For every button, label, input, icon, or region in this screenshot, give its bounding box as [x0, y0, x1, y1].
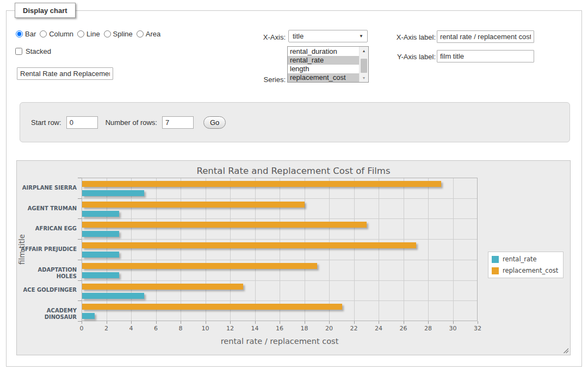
x-tick-label: 14 — [244, 325, 266, 332]
chart-type-column[interactable]: Column — [40, 30, 73, 38]
series-multiselect[interactable]: rental_durationrental_ratelengthreplacem… — [287, 46, 369, 83]
x-axis-select[interactable]: title ▼ — [288, 30, 368, 42]
x-tick-mark — [206, 321, 206, 324]
x-tick-label: 0 — [71, 325, 92, 332]
legend-label: replacement_cost — [503, 267, 558, 274]
series-list-scrollbar[interactable]: ▲ ▼ — [359, 47, 368, 82]
x-tick-label: 28 — [417, 325, 439, 332]
chart-type-spline[interactable]: Spline — [104, 30, 133, 38]
panel-title: Display chart — [15, 3, 76, 18]
x-tick-label: 20 — [318, 325, 340, 332]
x-tick-mark — [255, 321, 256, 324]
chart-type-radios: BarColumnLineSplineArea — [16, 30, 164, 38]
radio-spline[interactable] — [104, 30, 111, 37]
chart-title: Rental Rate and Replacement Cost of Film… — [17, 166, 570, 176]
stacked-checkbox[interactable] — [15, 48, 22, 55]
x-tick-mark — [156, 321, 157, 324]
x-tick-mark — [453, 321, 454, 324]
radio-label: Column — [49, 30, 73, 38]
scroll-down-icon[interactable]: ▼ — [360, 74, 368, 82]
chart-panel: Rental Rate and Replacement Cost of Film… — [16, 160, 571, 355]
gridline-h — [82, 198, 478, 199]
row-range-controls: Start row: Number of rows: Go — [20, 103, 570, 142]
category-label: ACE GOLDFINGER — [17, 287, 77, 293]
gridline-v — [255, 178, 256, 321]
legend-item-replacement_cost: replacement_cost — [492, 267, 558, 274]
radio-label: Line — [86, 30, 100, 38]
y-tick-mark — [78, 218, 82, 219]
chart-title-input[interactable] — [17, 67, 113, 80]
gridline-h — [82, 260, 478, 260]
gridline-v — [131, 178, 132, 321]
x-tick-mark — [230, 321, 231, 324]
bar-replacement_cost — [82, 304, 342, 310]
page: Display chart BarColumnLineSplineArea St… — [0, 0, 588, 370]
row-range-box: Start row: Number of rows: Go — [20, 102, 570, 142]
gridline-v — [354, 178, 355, 321]
x-tick-mark — [181, 321, 181, 324]
scrollbar-thumb[interactable] — [361, 59, 367, 73]
x-tick-label: 22 — [343, 325, 365, 332]
gridline-v — [107, 178, 107, 321]
series-option-rental_rate[interactable]: rental_rate — [288, 56, 359, 65]
x-tick-label: 32 — [467, 325, 488, 332]
gridline-v — [379, 178, 379, 321]
gridline-v — [230, 178, 231, 321]
bar-replacement_cost — [82, 263, 317, 269]
y-tick-mark — [78, 280, 82, 281]
x-tick-mark — [354, 321, 355, 324]
gridline-v — [404, 178, 404, 321]
chevron-down-icon: ▼ — [359, 34, 363, 39]
bar-replacement_cost — [82, 222, 367, 228]
y-axis-label-input[interactable] — [437, 50, 534, 62]
x-tick-mark — [404, 321, 404, 324]
x-tick-label: 24 — [368, 325, 389, 332]
go-button[interactable]: Go — [203, 116, 226, 129]
x-tick-label: 4 — [120, 325, 142, 332]
x-tick-label: 18 — [294, 325, 315, 332]
num-rows-label: Number of rows: — [106, 118, 157, 127]
chart-type-area[interactable]: Area — [137, 30, 160, 38]
start-row-input[interactable] — [66, 116, 98, 129]
gridline-v — [280, 178, 280, 321]
x-axis-label-input[interactable] — [437, 30, 534, 43]
gridline-v — [329, 178, 330, 321]
legend-swatch — [492, 256, 499, 263]
resize-handle-icon[interactable] — [562, 347, 568, 353]
y-tick-mark — [78, 321, 82, 322]
radio-label: Bar — [25, 30, 36, 38]
bar-rental_rate — [82, 272, 119, 278]
category-label: AGENT TRUMAN — [17, 205, 77, 212]
stacked-checkbox-row[interactable]: Stacked — [15, 47, 51, 55]
chart-type-bar[interactable]: Bar — [16, 30, 36, 38]
chart-type-line[interactable]: Line — [77, 30, 100, 38]
gridline-h — [82, 300, 478, 301]
y-tick-mark — [78, 178, 82, 178]
num-rows-input[interactable] — [162, 116, 194, 129]
radio-bar[interactable] — [16, 30, 23, 37]
radio-label: Spline — [113, 30, 133, 38]
radio-label: Area — [146, 30, 160, 38]
x-tick-mark — [131, 321, 132, 324]
start-row-label: Start row: — [31, 118, 61, 127]
bar-replacement_cost — [82, 202, 305, 208]
radio-column[interactable] — [40, 30, 47, 37]
x-tick-label: 2 — [96, 325, 117, 332]
series-option-rental_duration[interactable]: rental_duration — [288, 47, 359, 56]
radio-line[interactable] — [77, 30, 84, 37]
x-tick-mark — [82, 321, 82, 324]
scroll-up-icon[interactable]: ▲ — [360, 47, 368, 55]
category-label: AFRICAN EGG — [17, 225, 77, 232]
legend-label: rental_rate — [503, 255, 537, 263]
chart-y-axis-label: film title — [17, 234, 26, 265]
x-tick-label: 26 — [393, 325, 414, 332]
radio-area[interactable] — [137, 30, 144, 37]
series-options: rental_durationrental_ratelengthreplacem… — [288, 47, 359, 82]
chart-legend: rental_ratereplacement_cost — [488, 252, 564, 278]
series-option-length[interactable]: length — [288, 65, 359, 73]
series-option-replacement_cost[interactable]: replacement_cost — [288, 73, 359, 82]
bar-rental_rate — [82, 313, 95, 319]
y-tick-mark — [78, 300, 82, 301]
x-tick-mark — [478, 321, 478, 324]
x-tick-label: 6 — [145, 325, 167, 332]
